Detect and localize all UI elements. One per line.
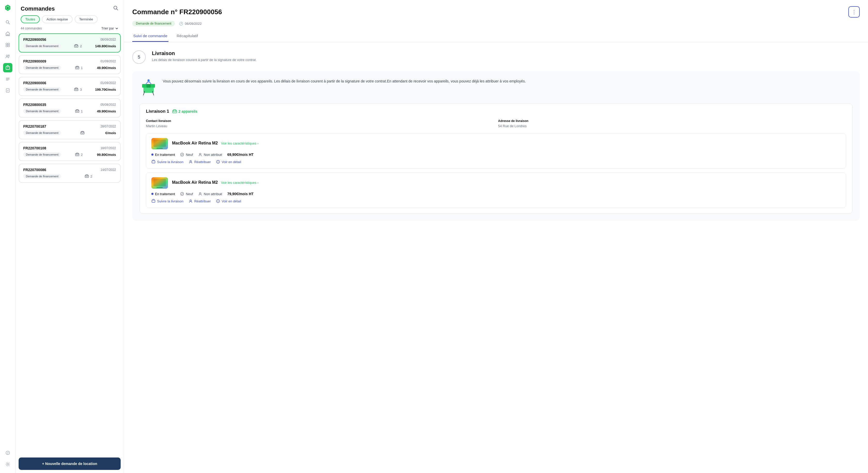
step-circle: 5 bbox=[132, 51, 146, 64]
suivre-livraison-button[interactable]: Suivre la livraison bbox=[151, 199, 183, 203]
order-devices: 1 bbox=[75, 66, 83, 70]
device-link[interactable]: Voir les caractéristiques › bbox=[221, 141, 258, 145]
device-header: MacBook Air Retina M2 Voir les caractéri… bbox=[151, 177, 841, 189]
device-row: MacBook Air Retina M2 Voir les caractéri… bbox=[146, 133, 846, 169]
more-options-button[interactable]: ⋮ bbox=[848, 6, 860, 18]
svg-rect-39 bbox=[173, 110, 176, 112]
order-item[interactable]: FR220800035 05/08/2022 Demande de financ… bbox=[19, 98, 121, 118]
suivre-livraison-button[interactable]: Suivre la livraison bbox=[151, 160, 183, 164]
order-id: FR220700108 bbox=[23, 146, 46, 150]
device-name: MacBook Air Retina M2 bbox=[172, 141, 218, 146]
order-badge: Demande de financement bbox=[23, 109, 61, 114]
sidebar-icon-home[interactable] bbox=[3, 29, 12, 38]
adresse-livraison: Adresse de livraison 54 Rue de Londres bbox=[498, 119, 846, 128]
voir-detail-button[interactable]: Voir en détail bbox=[216, 160, 241, 164]
sidebar: ? bbox=[0, 0, 16, 473]
order-item[interactable]: FR220900056 06/09/2022 Demande de financ… bbox=[19, 33, 121, 53]
orders-search-icon[interactable] bbox=[113, 5, 119, 12]
svg-rect-45 bbox=[152, 161, 155, 163]
tab-toutes[interactable]: Toutes bbox=[21, 15, 40, 23]
orders-panel: Commandes Toutes Action requise Terminée… bbox=[16, 0, 124, 473]
sidebar-icon-help[interactable]: ? bbox=[3, 448, 12, 457]
tab-terminee[interactable]: Terminée bbox=[75, 15, 98, 23]
order-devices: 2 bbox=[74, 44, 82, 48]
svg-text:?: ? bbox=[7, 451, 8, 455]
orders-sort[interactable]: Trier par bbox=[101, 26, 119, 30]
livraison-title: Livraison 1 bbox=[146, 109, 169, 114]
order-devices bbox=[80, 131, 86, 135]
reattribuer-button[interactable]: Réattribuer bbox=[189, 199, 211, 203]
order-item[interactable]: FR220700108 18/07/2022 Demande de financ… bbox=[19, 142, 121, 161]
svg-point-53 bbox=[181, 192, 184, 196]
orders-header: Commandes bbox=[16, 0, 124, 15]
livraison-block: Livraison 1 2 appareils Contact livraiso… bbox=[140, 104, 852, 213]
livraison-header: Livraison 1 2 appareils bbox=[146, 109, 846, 114]
svg-rect-5 bbox=[6, 45, 7, 47]
order-item[interactable]: FR220900009 01/09/2022 Demande de financ… bbox=[19, 55, 121, 74]
order-item[interactable]: FR220900006 01/09/2022 Demande de financ… bbox=[19, 77, 121, 96]
address-value: 54 Rue de Londres bbox=[498, 124, 527, 128]
orders-title: Commandes bbox=[21, 5, 55, 12]
svg-rect-29 bbox=[82, 131, 84, 133]
address-label: Adresse de livraison bbox=[498, 119, 846, 123]
delivery-section: 5 Livraison Les délais de livraison cour… bbox=[132, 51, 860, 64]
svg-rect-27 bbox=[76, 110, 78, 111]
svg-point-44 bbox=[199, 153, 201, 155]
order-price: 149.80€/mois bbox=[95, 44, 116, 48]
contact-value: Martin Leveau bbox=[146, 124, 167, 128]
svg-rect-51 bbox=[153, 179, 166, 186]
order-id: FR220900056 bbox=[23, 37, 46, 41]
new-order-button[interactable]: + Nouvelle demande de location bbox=[19, 457, 121, 470]
device-actions: Suivre la livraison Réattribuer Voir en … bbox=[151, 199, 841, 203]
sidebar-icon-list[interactable] bbox=[3, 75, 12, 84]
svg-rect-36 bbox=[147, 84, 151, 88]
content-area: 5 Livraison Les délais de livraison cour… bbox=[124, 42, 868, 229]
sidebar-icon-dashboard[interactable] bbox=[3, 40, 12, 50]
order-item[interactable]: FR220700086 14/07/2022 Demande de financ… bbox=[19, 164, 121, 183]
order-id: FR220900009 bbox=[23, 59, 46, 63]
order-price: 199.70€/mois bbox=[95, 88, 116, 91]
order-devices: 3 bbox=[74, 88, 82, 91]
svg-rect-2 bbox=[7, 34, 8, 35]
tab-action-requise[interactable]: Action requise bbox=[42, 15, 72, 23]
svg-rect-41 bbox=[153, 140, 166, 147]
order-badge: Demande de financement bbox=[23, 174, 61, 179]
date-info: 🕐 06/09/2022 bbox=[179, 22, 202, 26]
device-condition: Neuf bbox=[180, 152, 193, 157]
main-tabs: Suivi de commande Récapitulatif bbox=[132, 30, 860, 42]
sidebar-icon-team[interactable] bbox=[3, 52, 12, 61]
voir-detail-button[interactable]: Voir en détail bbox=[216, 199, 241, 203]
svg-rect-33 bbox=[86, 175, 88, 177]
delivery-title: Livraison bbox=[152, 51, 256, 56]
appareils-badge: 2 appareils bbox=[172, 109, 197, 114]
device-price: 79,90€/mois HT bbox=[227, 192, 254, 196]
sidebar-icon-orders[interactable] bbox=[3, 63, 12, 72]
svg-point-59 bbox=[218, 200, 218, 201]
svg-point-49 bbox=[218, 161, 218, 161]
delivery-card: Vous pouvez désormais suivre la livraiso… bbox=[132, 71, 860, 221]
reattribuer-button[interactable]: Réattribuer bbox=[189, 160, 211, 164]
device-link[interactable]: Voir les caractéristiques › bbox=[221, 181, 258, 184]
svg-rect-23 bbox=[76, 66, 78, 68]
order-date: 18/07/2022 bbox=[100, 146, 116, 150]
svg-rect-25 bbox=[75, 88, 77, 90]
order-item[interactable]: FR220700187 28/07/2022 Demande de financ… bbox=[19, 120, 121, 139]
order-price: 99.80€/mois bbox=[97, 153, 116, 157]
svg-rect-52 bbox=[157, 187, 163, 188]
svg-point-37 bbox=[148, 79, 150, 82]
device-name: MacBook Air Retina M2 bbox=[172, 180, 218, 185]
order-price: 49.90€/mois bbox=[97, 109, 116, 113]
orders-tabs: Toutes Action requise Terminée bbox=[16, 15, 124, 26]
sidebar-icon-search[interactable] bbox=[3, 18, 12, 27]
tab-suivi-commande[interactable]: Suivi de commande bbox=[132, 30, 168, 42]
order-date: 05/08/2022 bbox=[100, 103, 116, 107]
order-date: 28/07/2022 bbox=[100, 125, 116, 128]
delivery-notice-text: Vous pouvez désormais suivre la livraiso… bbox=[163, 78, 526, 84]
app-logo[interactable] bbox=[4, 4, 12, 12]
sidebar-icon-tasks[interactable] bbox=[3, 86, 12, 95]
order-price: €/mois bbox=[105, 131, 116, 135]
main-badges-row: Demande de financement 🕐 06/09/2022 bbox=[132, 21, 860, 26]
status-processing: En traitement bbox=[151, 192, 175, 196]
tab-recapitulatif[interactable]: Récapitulatif bbox=[176, 30, 199, 42]
sidebar-icon-settings[interactable] bbox=[3, 460, 12, 469]
